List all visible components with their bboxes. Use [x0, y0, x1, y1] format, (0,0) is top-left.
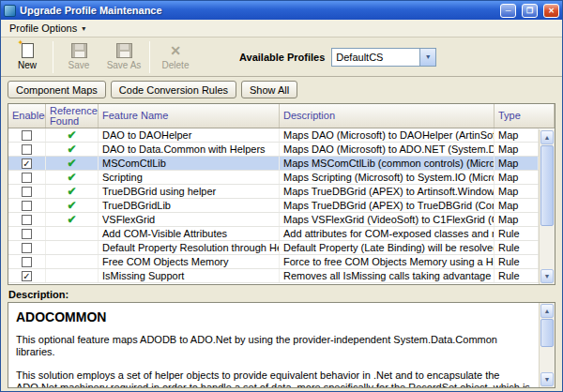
new-button[interactable]: New: [5, 39, 50, 75]
table-row[interactable]: ✔DAO to DAOHelperMaps DAO (Microsoft) to…: [8, 128, 539, 143]
feature-name-cell: DAO to Data.Common with Helpers: [99, 143, 280, 156]
enabled-cell: [8, 128, 46, 142]
maximize-button[interactable]: ❐: [522, 4, 538, 18]
new-button-label: New: [18, 60, 37, 70]
enabled-checkbox[interactable]: [22, 229, 32, 239]
table-row[interactable]: Add COM-Visible AttributesAdd attributes…: [8, 227, 539, 241]
scroll-up-icon[interactable]: ▲: [540, 130, 554, 144]
table-row[interactable]: ✔TrueDBGridLibMaps TrueDBGrid (APEX) to …: [8, 199, 539, 213]
scrollbar-thumb[interactable]: [540, 145, 554, 226]
save-as-icon: [116, 43, 132, 58]
enabled-checkbox[interactable]: ✓: [22, 158, 32, 169]
enabled-cell: [8, 143, 46, 156]
combobox-dropdown-icon[interactable]: ▼: [419, 49, 435, 66]
description-scrollbar[interactable]: ▲ ▼: [539, 303, 555, 387]
table-row[interactable]: ✔VSFlexGridMaps VSFlexGrid (VideoSoft) t…: [8, 213, 539, 227]
table-row[interactable]: ✔ScriptingMaps Scripting (Microsoft) to …: [8, 171, 539, 185]
delete-button-label: Delete: [162, 60, 190, 70]
reference-found-cell: [46, 255, 99, 268]
enabled-cell: ✓: [8, 269, 46, 282]
column-header-enabled[interactable]: Enabled: [8, 104, 46, 128]
description-section-label: Description:: [8, 289, 555, 300]
enabled-checkbox[interactable]: [22, 144, 32, 155]
type-cell: Map: [495, 199, 539, 212]
feature-name-cell: Add COM-Visible Attributes: [99, 227, 280, 240]
component-maps-button[interactable]: Component Maps: [8, 81, 106, 98]
app-icon: [4, 5, 16, 17]
enabled-checkbox[interactable]: [22, 243, 32, 253]
enabled-checkbox[interactable]: [22, 187, 32, 197]
table-row[interactable]: ✔TrueDBGrid using helperMaps TrueDBGrid …: [8, 185, 539, 199]
enabled-cell: [8, 255, 46, 268]
description-panel: ADOCOMMON This optional feature maps ADO…: [8, 302, 555, 388]
scroll-down-icon[interactable]: ▼: [540, 372, 554, 386]
feature-name-cell: Free COM Objects Memory: [99, 255, 280, 268]
code-conversion-rules-button[interactable]: Code Conversion Rules: [111, 81, 236, 98]
reference-found-cell: [46, 227, 99, 240]
type-cell: Rule: [495, 241, 539, 254]
description-cell: Maps MSComCtlLib (common controls) (Micr…: [280, 157, 495, 170]
enabled-checkbox[interactable]: [22, 130, 32, 141]
table-row[interactable]: Free COM Objects MemoryForce to free COM…: [8, 255, 539, 269]
feature-name-cell: MSComCtlLib: [99, 157, 280, 170]
enabled-checkbox[interactable]: [22, 173, 32, 183]
feature-name-cell: TrueDBGrid using helper: [99, 185, 280, 198]
type-cell: Map: [495, 143, 539, 156]
reference-found-cell: [46, 269, 99, 282]
menu-profile-options[interactable]: Profile Options ▾: [5, 21, 90, 36]
enabled-checkbox[interactable]: [22, 201, 32, 211]
scrollbar-thumb[interactable]: [540, 319, 554, 347]
save-as-button-label: Save As: [107, 60, 142, 70]
description-heading: ADOCOMMON: [16, 309, 531, 324]
type-cell: Map: [495, 185, 539, 198]
type-cell: Map: [495, 157, 539, 170]
scroll-up-icon[interactable]: ▲: [540, 304, 554, 318]
type-cell: Map: [495, 171, 539, 184]
reference-found-cell: ✔: [46, 199, 99, 212]
feature-name-cell: VSFlexGrid: [99, 213, 280, 226]
delete-button[interactable]: ✕ Delete: [153, 39, 198, 75]
column-header-description[interactable]: Description: [280, 104, 495, 128]
description-cell: Removes all IsMissing calls taking advan…: [280, 269, 495, 282]
grid-header: Enabled Reference Found Feature Name Des…: [8, 104, 555, 128]
enabled-checkbox[interactable]: ✓: [22, 271, 32, 281]
enabled-checkbox[interactable]: [22, 215, 32, 225]
reference-found-icon: ✔: [67, 200, 76, 211]
grid-scrollbar[interactable]: ▲ ▼: [539, 129, 555, 284]
save-button-label: Save: [68, 60, 90, 70]
table-row[interactable]: ✓IsMissing SupportRemoves all IsMissing …: [8, 269, 539, 283]
column-header-reference-found[interactable]: Reference Found: [46, 104, 99, 128]
description-cell: Default Property (Late Binding) will be …: [280, 241, 495, 254]
menu-profile-options-label: Profile Options: [9, 23, 77, 34]
reference-found-cell: ✔: [46, 171, 99, 184]
description-content: ADOCOMMON This optional feature maps ADO…: [8, 303, 539, 387]
type-cell: Rule: [495, 255, 539, 268]
toolbar: New Save Save As ✕ Delete Available Prof…: [1, 38, 562, 77]
table-row[interactable]: Default Property Resolution through Help…: [8, 241, 539, 255]
table-row[interactable]: ✓✔MSComCtlLibMaps MSComCtlLib (common co…: [8, 157, 539, 171]
save-as-button[interactable]: Save As: [101, 39, 146, 75]
enabled-cell: [8, 185, 46, 198]
enabled-cell: [8, 227, 46, 240]
titlebar[interactable]: Upgrade Profile Maintenance ─ ❐ ✕: [1, 1, 562, 20]
filter-button-row: Component Maps Code Conversion Rules Sho…: [1, 77, 562, 101]
window-title: Upgrade Profile Maintenance: [20, 5, 495, 16]
enabled-cell: [8, 213, 46, 226]
available-profiles-group: Available Profiles DefaultCS ▼: [239, 48, 436, 67]
column-header-feature-name[interactable]: Feature Name: [99, 104, 280, 128]
available-profiles-combobox[interactable]: DefaultCS ▼: [331, 48, 436, 67]
table-row[interactable]: ✔DAO to Data.Common with HelpersMaps DAO…: [8, 143, 539, 157]
show-all-button[interactable]: Show All: [241, 81, 297, 98]
reference-found-icon: ✔: [67, 186, 76, 197]
reference-found-cell: ✔: [46, 157, 99, 170]
minimize-button[interactable]: ─: [500, 4, 516, 18]
available-profiles-label: Available Profiles: [239, 52, 325, 63]
type-cell: Rule: [495, 269, 539, 282]
column-header-type[interactable]: Type: [495, 104, 555, 128]
available-profiles-value: DefaultCS: [332, 52, 419, 63]
close-button[interactable]: ✕: [543, 4, 559, 18]
save-button[interactable]: Save: [56, 39, 101, 75]
reference-found-cell: ✔: [46, 213, 99, 226]
enabled-checkbox[interactable]: [22, 257, 32, 267]
scroll-down-icon[interactable]: ▼: [540, 269, 554, 283]
